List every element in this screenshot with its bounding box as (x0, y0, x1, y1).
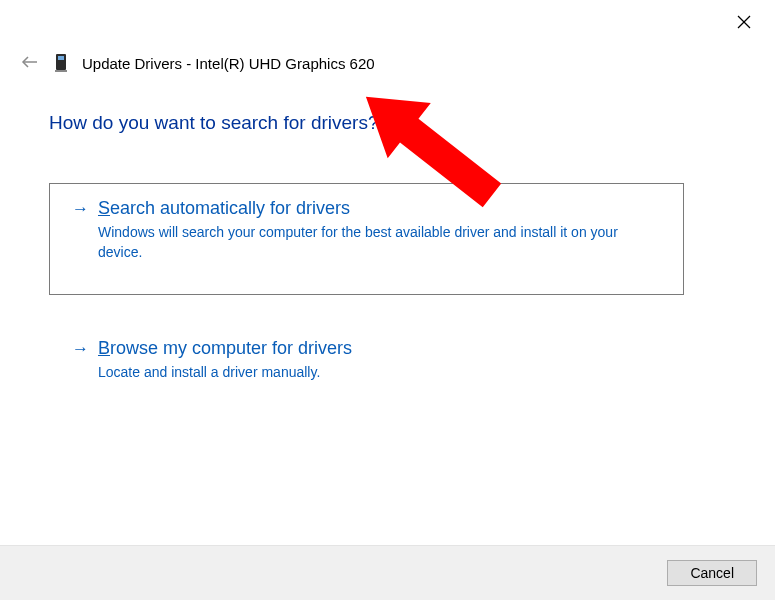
device-icon (54, 53, 68, 73)
arrow-right-icon: → (72, 339, 86, 359)
option-search-automatically[interactable]: → Search automatically for drivers Windo… (49, 183, 684, 295)
svg-rect-4 (58, 56, 64, 60)
page-heading: How do you want to search for drivers? (49, 112, 379, 134)
close-button[interactable] (731, 10, 757, 36)
option-description: Locate and install a driver manually. (98, 363, 648, 383)
back-button[interactable] (18, 52, 40, 74)
back-arrow-icon (20, 55, 38, 69)
arrow-right-icon: → (72, 199, 86, 219)
option-description: Windows will search your computer for th… (98, 223, 648, 262)
option-title: Search automatically for drivers (98, 198, 350, 219)
close-icon (737, 15, 751, 29)
window-title: Update Drivers - Intel(R) UHD Graphics 6… (82, 55, 375, 72)
option-browse-computer[interactable]: → Browse my computer for drivers Locate … (49, 323, 684, 406)
bottom-bar: Cancel (0, 545, 775, 600)
option-title: Browse my computer for drivers (98, 338, 352, 359)
svg-rect-5 (55, 70, 67, 72)
cancel-button[interactable]: Cancel (667, 560, 757, 586)
header-row: Update Drivers - Intel(R) UHD Graphics 6… (18, 52, 375, 74)
